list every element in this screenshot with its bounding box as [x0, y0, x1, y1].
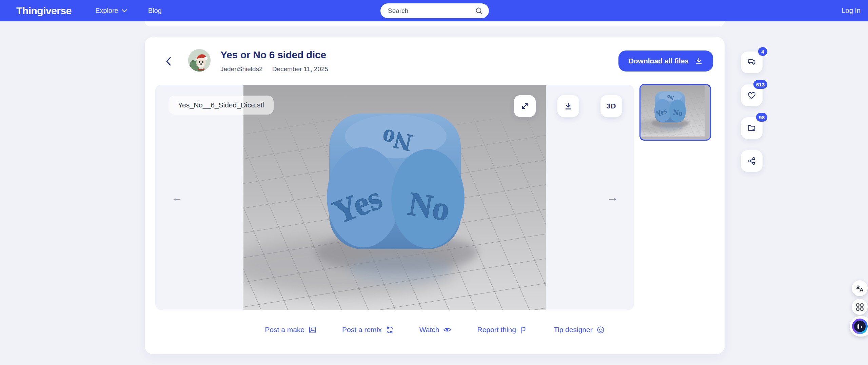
report-thing-label: Report thing	[477, 326, 516, 334]
post-a-make-button[interactable]: Post a make	[265, 326, 316, 334]
post-a-make-label: Post a make	[265, 326, 304, 334]
nav-explore-label: Explore	[95, 7, 118, 15]
nav-blog[interactable]: Blog	[148, 7, 162, 15]
nav-blog-label: Blog	[148, 7, 162, 15]
main-nav: Explore Blog	[95, 7, 162, 15]
thingiverse-logo[interactable]: Thingiverse	[16, 5, 72, 17]
download-all-label: Download all files	[629, 57, 689, 65]
translate-widget-button[interactable]	[852, 280, 868, 296]
post-a-remix-button[interactable]: Post a remix	[342, 326, 394, 334]
flag-icon	[520, 326, 528, 334]
model-render-image[interactable]	[243, 85, 546, 310]
3d-label: 3D	[607, 102, 616, 110]
chevron-down-icon	[122, 9, 127, 13]
download-icon	[564, 102, 573, 110]
translate-icon	[855, 284, 864, 293]
search-icon[interactable]	[475, 7, 483, 15]
thing-actions-row: Post a make Post a remix Watch Report th…	[145, 326, 725, 334]
download-file-button[interactable]	[557, 95, 579, 117]
share-button[interactable]	[741, 150, 763, 172]
search-input[interactable]	[388, 7, 475, 15]
thing-title: Yes or No 6 sided dice	[220, 49, 328, 61]
robot-face-icon: ‹	[852, 319, 868, 334]
like-button[interactable]: 613	[741, 84, 763, 106]
image-icon	[309, 326, 316, 334]
login-link[interactable]: Log In	[842, 0, 861, 21]
avatar[interactable]	[188, 49, 211, 72]
four-squares-icon	[855, 303, 864, 311]
back-button[interactable]	[162, 55, 175, 67]
next-image-arrow[interactable]: →	[604, 188, 621, 206]
chevron-left-icon	[166, 57, 171, 66]
thing-date: December 11, 2025	[272, 65, 328, 73]
apps-widget-button[interactable]	[852, 299, 868, 315]
model-viewer: Yes_No__6_Sided_Dice.stl 3D ← →	[155, 85, 634, 310]
search-bar	[380, 3, 489, 18]
download-all-files-button[interactable]: Download all files	[618, 50, 713, 72]
view-3d-button[interactable]: 3D	[600, 95, 622, 117]
collections-count-badge: 98	[756, 113, 767, 122]
nav-explore[interactable]: Explore	[95, 7, 127, 15]
model-thumbnail-selected[interactable]	[639, 84, 711, 141]
expand-icon	[520, 102, 529, 110]
eye-icon	[443, 326, 451, 334]
fullscreen-button[interactable]	[514, 95, 536, 117]
title-block: Yes or No 6 sided dice JadenShields2 Dec…	[220, 49, 328, 73]
comments-icon	[747, 58, 756, 67]
thing-meta: JadenShields2 December 11, 2025	[220, 65, 328, 73]
download-icon	[695, 57, 703, 65]
assistant-widget-button[interactable]: ‹	[850, 316, 868, 337]
comments-button[interactable]: 4	[741, 52, 763, 73]
remix-sync-icon	[386, 326, 394, 334]
watch-label: Watch	[419, 326, 439, 334]
thing-author[interactable]: JadenShields2	[220, 65, 263, 73]
previous-image-arrow[interactable]: ←	[168, 188, 186, 206]
likes-count-badge: 613	[753, 80, 767, 89]
thing-card: Yes or No 6 sided dice JadenShields2 Dec…	[145, 37, 725, 354]
heart-icon	[747, 90, 756, 100]
top-navbar: Thingiverse Explore Blog Log In	[0, 0, 868, 21]
tip-designer-label: Tip designer	[554, 326, 593, 334]
smiley-icon	[597, 326, 605, 334]
add-to-collection-button[interactable]: 98	[741, 117, 763, 139]
share-icon	[747, 156, 756, 166]
previous-card-edge	[145, 21, 725, 26]
report-thing-button[interactable]: Report thing	[477, 326, 528, 334]
filename-label: Yes_No__6_Sided_Dice.stl	[178, 101, 264, 109]
watch-button[interactable]: Watch	[419, 326, 452, 334]
comments-count-badge: 4	[758, 47, 767, 56]
post-a-remix-label: Post a remix	[342, 326, 382, 334]
tip-designer-button[interactable]: Tip designer	[554, 326, 605, 334]
filename-chip[interactable]: Yes_No__6_Sided_Dice.stl	[169, 96, 274, 115]
folder-plus-icon	[747, 123, 756, 133]
